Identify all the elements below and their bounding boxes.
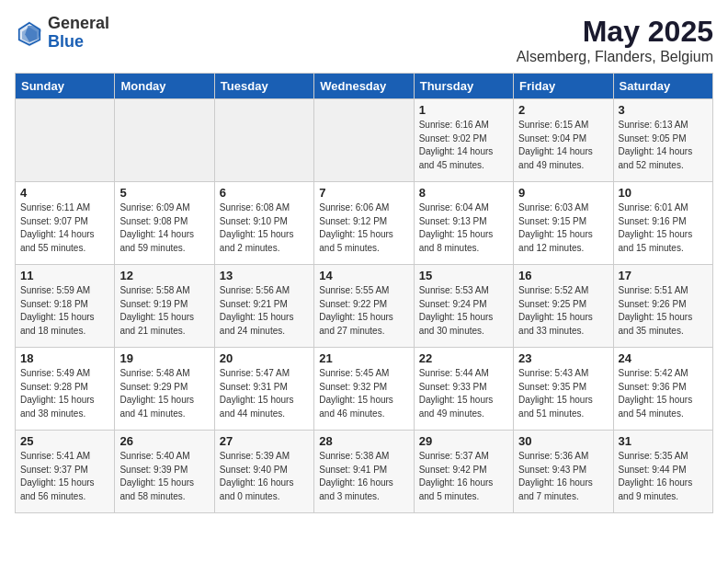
day-number: 26 xyxy=(119,434,209,448)
day-info: Sunrise: 5:53 AMSunset: 9:24 PMDaylight:… xyxy=(419,284,508,338)
day-number: 20 xyxy=(220,351,309,365)
day-number: 13 xyxy=(220,269,309,282)
day-info: Sunrise: 5:39 AMSunset: 9:40 PMDaylight:… xyxy=(220,450,309,503)
title-block: May 2025 Alsemberg, Flanders, Belgium xyxy=(517,15,713,65)
day-info: Sunrise: 5:47 AMSunset: 9:31 PMDaylight:… xyxy=(220,367,309,420)
day-info: Sunrise: 5:41 AMSunset: 9:37 PMDaylight:… xyxy=(20,450,109,503)
calendar-cell: 29Sunrise: 5:37 AMSunset: 9:42 PMDayligh… xyxy=(414,431,513,513)
calendar-cell: 1Sunrise: 6:16 AMSunset: 9:02 PMDaylight… xyxy=(414,99,513,182)
day-number: 14 xyxy=(319,269,408,282)
calendar-cell: 11Sunrise: 5:59 AMSunset: 9:18 PMDayligh… xyxy=(16,265,115,348)
day-info: Sunrise: 5:35 AMSunset: 9:44 PMDaylight:… xyxy=(619,450,708,503)
calendar-cell: 30Sunrise: 5:36 AMSunset: 9:43 PMDayligh… xyxy=(514,431,613,513)
day-number: 6 xyxy=(220,186,309,200)
day-info: Sunrise: 5:42 AMSunset: 9:36 PMDaylight:… xyxy=(619,367,708,420)
day-number: 30 xyxy=(518,434,608,448)
calendar-cell: 14Sunrise: 5:55 AMSunset: 9:22 PMDayligh… xyxy=(314,265,414,348)
day-number: 3 xyxy=(619,103,708,117)
day-number: 1 xyxy=(419,103,508,117)
day-number: 15 xyxy=(419,269,508,282)
day-number: 22 xyxy=(419,351,508,365)
day-number: 9 xyxy=(518,186,608,200)
day-number: 4 xyxy=(20,186,109,200)
calendar-cell: 12Sunrise: 5:58 AMSunset: 9:19 PMDayligh… xyxy=(115,265,214,348)
week-row-2: 4Sunrise: 6:11 AMSunset: 9:07 PMDaylight… xyxy=(16,182,713,265)
calendar-cell: 15Sunrise: 5:53 AMSunset: 9:24 PMDayligh… xyxy=(414,265,513,348)
calendar-cell xyxy=(115,99,214,182)
calendar-cell xyxy=(214,99,313,182)
calendar-cell: 24Sunrise: 5:42 AMSunset: 9:36 PMDayligh… xyxy=(613,348,712,431)
calendar-cell: 2Sunrise: 6:15 AMSunset: 9:04 PMDaylight… xyxy=(514,99,613,182)
calendar-cell: 13Sunrise: 5:56 AMSunset: 9:21 PMDayligh… xyxy=(214,265,313,348)
day-info: Sunrise: 6:11 AMSunset: 9:07 PMDaylight:… xyxy=(20,201,109,255)
day-number: 31 xyxy=(619,434,708,448)
calendar-cell: 21Sunrise: 5:45 AMSunset: 9:32 PMDayligh… xyxy=(314,348,414,431)
calendar-cell: 6Sunrise: 6:08 AMSunset: 9:10 PMDaylight… xyxy=(214,182,313,265)
calendar-cell: 3Sunrise: 6:13 AMSunset: 9:05 PMDaylight… xyxy=(613,99,712,182)
day-header-saturday: Saturday xyxy=(613,74,712,99)
day-number: 18 xyxy=(20,351,109,365)
day-info: Sunrise: 6:16 AMSunset: 9:02 PMDaylight:… xyxy=(419,119,508,172)
calendar-cell: 25Sunrise: 5:41 AMSunset: 9:37 PMDayligh… xyxy=(16,431,115,513)
day-number: 27 xyxy=(220,434,309,448)
logo-icon xyxy=(15,18,44,48)
day-info: Sunrise: 5:43 AMSunset: 9:35 PMDaylight:… xyxy=(518,367,608,420)
day-info: Sunrise: 6:13 AMSunset: 9:05 PMDaylight:… xyxy=(619,119,708,172)
day-number: 21 xyxy=(319,351,408,365)
calendar-cell: 22Sunrise: 5:44 AMSunset: 9:33 PMDayligh… xyxy=(414,348,513,431)
calendar-cell: 27Sunrise: 5:39 AMSunset: 9:40 PMDayligh… xyxy=(214,431,313,513)
calendar-cell: 9Sunrise: 6:03 AMSunset: 9:15 PMDaylight… xyxy=(514,182,613,265)
day-info: Sunrise: 5:37 AMSunset: 9:42 PMDaylight:… xyxy=(419,450,508,503)
day-info: Sunrise: 6:06 AMSunset: 9:12 PMDaylight:… xyxy=(319,201,408,255)
day-number: 8 xyxy=(419,186,508,200)
logo: General Blue xyxy=(15,15,109,52)
day-number: 29 xyxy=(419,434,508,448)
calendar-cell: 4Sunrise: 6:11 AMSunset: 9:07 PMDaylight… xyxy=(16,182,115,265)
day-number: 17 xyxy=(619,269,708,282)
logo-text: General Blue xyxy=(48,15,109,52)
day-info: Sunrise: 5:44 AMSunset: 9:33 PMDaylight:… xyxy=(419,367,508,420)
day-info: Sunrise: 5:56 AMSunset: 9:21 PMDaylight:… xyxy=(220,284,309,338)
calendar-cell: 16Sunrise: 5:52 AMSunset: 9:25 PMDayligh… xyxy=(514,265,613,348)
day-info: Sunrise: 5:59 AMSunset: 9:18 PMDaylight:… xyxy=(20,284,109,338)
header-row: SundayMondayTuesdayWednesdayThursdayFrid… xyxy=(16,74,713,99)
calendar-cell: 31Sunrise: 5:35 AMSunset: 9:44 PMDayligh… xyxy=(613,431,712,513)
day-info: Sunrise: 5:52 AMSunset: 9:25 PMDaylight:… xyxy=(518,284,608,338)
day-info: Sunrise: 6:15 AMSunset: 9:04 PMDaylight:… xyxy=(518,119,608,172)
day-header-tuesday: Tuesday xyxy=(214,74,313,99)
day-number: 19 xyxy=(119,351,209,365)
day-info: Sunrise: 5:51 AMSunset: 9:26 PMDaylight:… xyxy=(619,284,708,338)
day-number: 2 xyxy=(518,103,608,117)
day-number: 25 xyxy=(20,434,109,448)
calendar-header: SundayMondayTuesdayWednesdayThursdayFrid… xyxy=(16,74,713,99)
calendar-cell: 23Sunrise: 5:43 AMSunset: 9:35 PMDayligh… xyxy=(514,348,613,431)
calendar-cell: 17Sunrise: 5:51 AMSunset: 9:26 PMDayligh… xyxy=(613,265,712,348)
calendar-cell: 10Sunrise: 6:01 AMSunset: 9:16 PMDayligh… xyxy=(613,182,712,265)
calendar-table: SundayMondayTuesdayWednesdayThursdayFrid… xyxy=(15,73,713,513)
calendar-cell: 18Sunrise: 5:49 AMSunset: 9:28 PMDayligh… xyxy=(16,348,115,431)
day-info: Sunrise: 6:08 AMSunset: 9:10 PMDaylight:… xyxy=(220,201,309,255)
day-number: 5 xyxy=(119,186,209,200)
day-number: 28 xyxy=(319,434,408,448)
day-number: 16 xyxy=(518,269,608,282)
day-header-wednesday: Wednesday xyxy=(314,74,414,99)
day-header-friday: Friday xyxy=(514,74,613,99)
day-number: 11 xyxy=(20,269,109,282)
logo-general-text: General xyxy=(48,15,109,33)
week-row-1: 1Sunrise: 6:16 AMSunset: 9:02 PMDaylight… xyxy=(16,99,713,182)
calendar-cell: 19Sunrise: 5:48 AMSunset: 9:29 PMDayligh… xyxy=(115,348,214,431)
logo-blue-text: Blue xyxy=(48,33,109,52)
calendar-title: May 2025 xyxy=(517,15,713,49)
calendar-cell: 5Sunrise: 6:09 AMSunset: 9:08 PMDaylight… xyxy=(115,182,214,265)
day-info: Sunrise: 6:01 AMSunset: 9:16 PMDaylight:… xyxy=(619,201,708,255)
calendar-cell: 8Sunrise: 6:04 AMSunset: 9:13 PMDaylight… xyxy=(414,182,513,265)
day-info: Sunrise: 5:49 AMSunset: 9:28 PMDaylight:… xyxy=(20,367,109,420)
week-row-5: 25Sunrise: 5:41 AMSunset: 9:37 PMDayligh… xyxy=(16,431,713,513)
day-info: Sunrise: 5:55 AMSunset: 9:22 PMDaylight:… xyxy=(319,284,408,338)
day-number: 23 xyxy=(518,351,608,365)
calendar-body: 1Sunrise: 6:16 AMSunset: 9:02 PMDaylight… xyxy=(16,99,713,513)
day-number: 7 xyxy=(319,186,408,200)
day-info: Sunrise: 5:48 AMSunset: 9:29 PMDaylight:… xyxy=(119,367,209,420)
day-number: 10 xyxy=(619,186,708,200)
calendar-cell: 20Sunrise: 5:47 AMSunset: 9:31 PMDayligh… xyxy=(214,348,313,431)
